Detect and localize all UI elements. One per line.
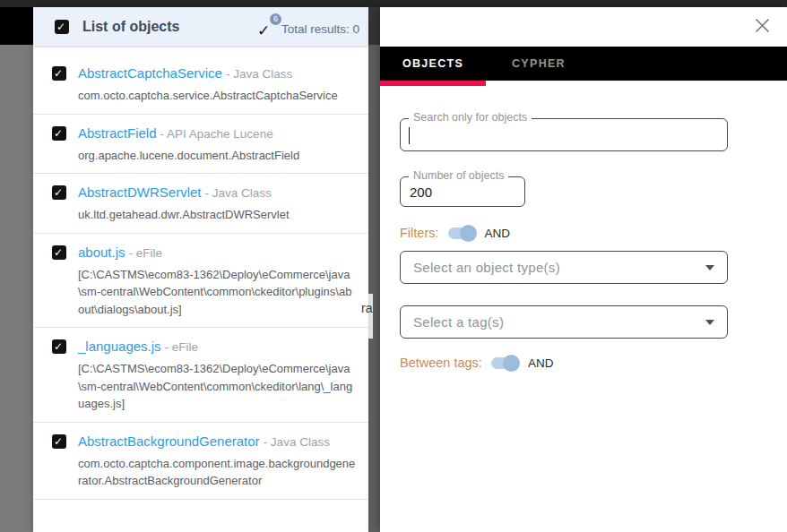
tab-objects[interactable]: OBJECTS: [380, 47, 486, 81]
close-icon[interactable]: [755, 18, 770, 33]
item-checkbox[interactable]: [52, 339, 66, 354]
between-tags-row: Between tags: AND: [400, 356, 728, 370]
drawer-content: Search only for objects Number of object…: [380, 81, 787, 370]
backdrop-gap: [368, 45, 380, 532]
list-item: about.js- eFile [C:\CASTMS\ecom83-1362\D…: [33, 234, 368, 329]
list-header: List of objects ✓ 6 Total results: 0: [33, 7, 368, 46]
item-checkbox[interactable]: [52, 245, 66, 260]
number-of-objects-field[interactable]: Number of objects: [400, 176, 525, 207]
results-summary: ✓ 6 Total results: 0: [257, 16, 359, 38]
object-name-link[interactable]: about.js: [78, 245, 125, 260]
background-peek-text: ra: [361, 301, 372, 315]
results-check-icon: ✓ 6: [257, 16, 279, 38]
object-name-link[interactable]: AbstractCaptchaService: [78, 65, 222, 81]
object-fullname: [C:\CASTMS\ecom83-1362\Deploy\eCommerce\…: [78, 360, 358, 413]
list-of-objects-panel: List of objects ✓ 6 Total results: 0 Abs…: [33, 7, 368, 532]
object-fullname: com.octo.captcha.component.image.backgro…: [78, 455, 358, 490]
object-type-label: - Java Class: [205, 186, 272, 200]
object-type-placeholder: Select an object type(s): [413, 260, 560, 275]
drawer-tabbar: OBJECTS CYPHER: [380, 47, 787, 81]
tab-cypher[interactable]: CYPHER: [486, 47, 592, 81]
object-fullname: com.octo.captcha.service.AbstractCaptcha…: [78, 87, 358, 105]
background-navbar: [0, 7, 33, 45]
object-type-label: - API Apache Lucene: [160, 127, 273, 141]
search-input[interactable]: [401, 119, 727, 150]
item-checkbox[interactable]: [52, 185, 66, 200]
item-checkbox[interactable]: [52, 126, 66, 141]
panel-title: List of objects: [82, 19, 179, 35]
object-type-label: - eFile: [129, 246, 163, 260]
between-tags-label: Between tags:: [400, 356, 482, 370]
screen: ra List of objects ✓ 6 Total results: 0 …: [0, 0, 787, 532]
object-type-label: - Java Class: [226, 67, 292, 81]
between-tags-mode-label: AND: [528, 356, 554, 370]
object-name-link[interactable]: AbstractDWRServlet: [78, 184, 202, 200]
list-item: AbstractCaptchaService- Java Class com.o…: [33, 47, 368, 115]
object-type-label: - Java Class: [264, 435, 330, 449]
select-all-checkbox[interactable]: [55, 20, 69, 34]
list-item: AbstractBackgroundGenerator- Java Class …: [33, 423, 368, 500]
number-field-label: Number of objects: [409, 169, 508, 182]
drawer-header: [380, 7, 787, 47]
chevron-down-icon: [705, 320, 714, 325]
object-list: AbstractCaptchaService- Java Class com.o…: [33, 46, 368, 500]
object-fullname: [C:\CASTMS\ecom83-1362\Deploy\eCommerce\…: [78, 266, 358, 319]
text-cursor: [409, 127, 410, 144]
item-checkbox[interactable]: [52, 434, 66, 449]
backdrop-gap-top: [368, 7, 380, 45]
list-item: AbstractField- API Apache Lucene org.apa…: [33, 115, 368, 175]
between-tags-and-or-toggle[interactable]: [491, 357, 517, 369]
object-fullname: org.apache.lucene.document.AbstractField: [78, 147, 358, 165]
object-name-link[interactable]: _languages.js: [78, 339, 161, 354]
toggle-knob: [460, 225, 477, 242]
filters-mode-label: AND: [485, 227, 511, 240]
object-type-label: - eFile: [165, 340, 199, 354]
query-drawer: OBJECTS CYPHER Search only for objects N…: [380, 7, 787, 532]
object-fullname: uk.ltd.getahead.dwr.AbstractDWRServlet: [78, 206, 358, 224]
tag-select-placeholder: Select a tag(s): [413, 314, 504, 330]
search-field-label: Search only for objects: [409, 111, 532, 124]
backdrop-overlay-left: [0, 45, 33, 532]
object-name-link[interactable]: AbstractField: [78, 125, 157, 141]
list-item: AbstractDWRServlet- Java Class uk.ltd.ge…: [33, 174, 368, 234]
item-checkbox[interactable]: [52, 66, 66, 81]
checkmark-icon: ✓: [257, 21, 270, 39]
results-count-badge: 6: [270, 13, 281, 25]
toggle-knob: [503, 355, 520, 372]
filters-label: Filters:: [400, 226, 439, 240]
object-type-select[interactable]: Select an object type(s): [400, 251, 728, 284]
filters-and-or-toggle[interactable]: [448, 227, 474, 239]
tag-select[interactable]: Select a tag(s): [400, 305, 728, 339]
total-results-label: Total results: 0: [281, 22, 359, 38]
search-objects-field[interactable]: Search only for objects: [400, 118, 728, 151]
page-top-strip: [0, 0, 787, 7]
chevron-down-icon: [705, 265, 714, 270]
object-name-link[interactable]: AbstractBackgroundGenerator: [78, 433, 260, 449]
filters-row: Filters: AND: [400, 226, 728, 240]
list-item: _languages.js- eFile [C:\CASTMS\ecom83-1…: [33, 328, 368, 423]
